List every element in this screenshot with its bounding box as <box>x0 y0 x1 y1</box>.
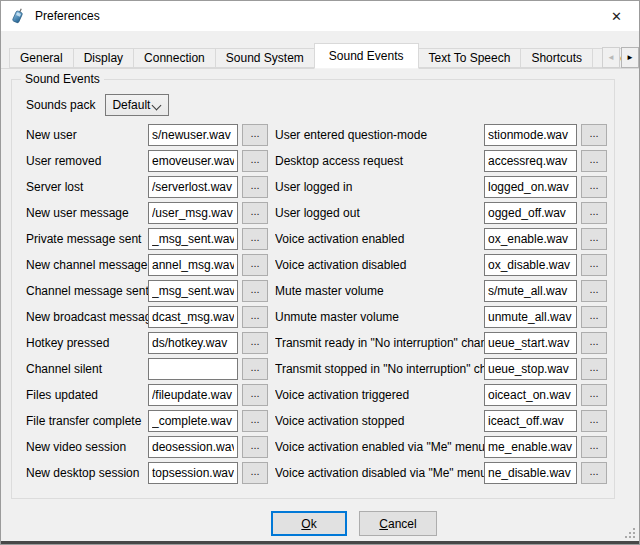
browse-button[interactable]: ... <box>242 228 268 250</box>
sound-event-label: Channel silent <box>26 362 148 376</box>
browse-button[interactable]: ... <box>242 176 268 198</box>
app-icon <box>10 8 26 24</box>
sound-event-path-input[interactable] <box>148 176 238 198</box>
sound-event-row: Mute master volume... <box>275 280 607 302</box>
sound-events-groupbox: Sound Events Sounds pack Default New use… <box>11 79 615 499</box>
sound-event-path-input[interactable] <box>148 332 238 354</box>
sound-event-path-input[interactable] <box>148 228 238 250</box>
browse-button[interactable]: ... <box>242 280 268 302</box>
browse-button[interactable]: ... <box>242 332 268 354</box>
browse-button[interactable]: ... <box>242 306 268 328</box>
sound-event-row: Channel message sent... <box>26 280 268 302</box>
sound-event-path-input[interactable] <box>484 384 577 406</box>
sound-event-label: Voice activation enabled <box>275 232 484 246</box>
ok-button[interactable]: Ok <box>271 511 347 536</box>
sound-event-path-input[interactable] <box>484 150 577 172</box>
sound-event-row: Voice activation enabled via "Me" menu..… <box>275 436 607 458</box>
sound-event-path-input[interactable] <box>148 462 238 484</box>
sound-event-label: Voice activation stopped <box>275 414 484 428</box>
sound-event-path-input[interactable] <box>148 124 238 146</box>
resize-grip[interactable] <box>625 528 635 538</box>
sound-event-label: New user message <box>26 206 148 220</box>
sound-events-column-right: User entered question-mode...Desktop acc… <box>275 124 607 488</box>
browse-button[interactable]: ... <box>581 176 607 198</box>
sound-event-row: Voice activation disabled... <box>275 254 607 276</box>
sound-event-path-input[interactable] <box>148 384 238 406</box>
browse-button[interactable]: ... <box>242 462 268 484</box>
tab-scroll-left-icon[interactable]: ◄ <box>602 47 620 68</box>
sound-event-path-input[interactable] <box>484 176 577 198</box>
browse-button[interactable]: ... <box>242 358 268 380</box>
close-button[interactable]: ✕ <box>594 1 639 31</box>
browse-button[interactable]: ... <box>581 358 607 380</box>
sound-event-path-input[interactable] <box>484 280 577 302</box>
sound-event-path-input[interactable] <box>148 358 238 380</box>
browse-button[interactable]: ... <box>581 462 607 484</box>
browse-button[interactable]: ... <box>242 202 268 224</box>
sound-event-path-input[interactable] <box>148 410 238 432</box>
browse-button[interactable]: ... <box>242 124 268 146</box>
sound-event-path-input[interactable] <box>484 462 577 484</box>
browse-button[interactable]: ... <box>242 384 268 406</box>
sound-event-label: Transmit stopped in "No interruption" ch… <box>275 362 484 376</box>
sound-event-path-input[interactable] <box>148 280 238 302</box>
sound-event-row: File transfer complete... <box>26 410 268 432</box>
sound-event-label: User logged out <box>275 206 484 220</box>
browse-button[interactable]: ... <box>581 436 607 458</box>
sound-event-label: Desktop access request <box>275 154 484 168</box>
sound-event-row: Transmit stopped in "No interruption" ch… <box>275 358 607 380</box>
sound-event-path-input[interactable] <box>484 332 577 354</box>
browse-button[interactable]: ... <box>581 150 607 172</box>
sound-event-path-input[interactable] <box>484 202 577 224</box>
browse-button[interactable]: ... <box>242 150 268 172</box>
sound-event-path-input[interactable] <box>148 436 238 458</box>
browse-button[interactable]: ... <box>581 306 607 328</box>
tab-general[interactable]: General <box>9 48 74 68</box>
sound-event-path-input[interactable] <box>484 358 577 380</box>
sound-event-path-input[interactable] <box>484 124 577 146</box>
tab-sound-system[interactable]: Sound System <box>215 48 315 68</box>
sound-event-row: Private message sent... <box>26 228 268 250</box>
browse-button[interactable]: ... <box>581 280 607 302</box>
sound-event-label: Channel message sent <box>26 284 148 298</box>
sounds-pack-label: Sounds pack <box>26 98 95 112</box>
tab-sound-events[interactable]: Sound Events <box>314 43 419 69</box>
tab-connection[interactable]: Connection <box>133 48 216 68</box>
sound-event-path-input[interactable] <box>148 150 238 172</box>
browse-button[interactable]: ... <box>581 202 607 224</box>
sounds-pack-select[interactable]: Default <box>105 94 169 116</box>
cancel-button[interactable]: Cancel <box>359 511 437 536</box>
sound-event-label: Transmit ready in "No interruption" chan… <box>275 336 484 350</box>
sound-event-row: Voice activation triggered... <box>275 384 607 406</box>
sound-event-row: Unmute master volume... <box>275 306 607 328</box>
chevron-down-icon <box>152 101 162 111</box>
sound-event-label: New broadcast message <box>26 310 148 324</box>
sound-event-path-input[interactable] <box>484 228 577 250</box>
browse-button[interactable]: ... <box>581 228 607 250</box>
browse-button[interactable]: ... <box>242 410 268 432</box>
sound-event-label: Hotkey pressed <box>26 336 148 350</box>
sound-event-label: Voice activation disabled via "Me" menu <box>275 466 484 480</box>
tab-scroll-buttons: ◄ ► <box>602 47 639 68</box>
sound-event-path-input[interactable] <box>148 254 238 276</box>
sound-event-label: Private message sent <box>26 232 148 246</box>
tab-display[interactable]: Display <box>73 48 134 68</box>
browse-button[interactable]: ... <box>581 124 607 146</box>
tab-text-to-speech[interactable]: Text To Speech <box>418 48 522 68</box>
sound-event-path-input[interactable] <box>484 254 577 276</box>
browse-button[interactable]: ... <box>242 436 268 458</box>
sound-event-path-input[interactable] <box>148 202 238 224</box>
sound-event-path-input[interactable] <box>484 410 577 432</box>
browse-button[interactable]: ... <box>581 384 607 406</box>
sound-event-path-input[interactable] <box>484 306 577 328</box>
tab-shortcuts[interactable]: Shortcuts <box>520 48 593 68</box>
sound-event-path-input[interactable] <box>484 436 577 458</box>
sound-event-label: New desktop session <box>26 466 148 480</box>
sound-event-label: Voice activation enabled via "Me" menu <box>275 440 484 454</box>
browse-button[interactable]: ... <box>242 254 268 276</box>
tab-scroll-right-icon[interactable]: ► <box>621 47 639 68</box>
browse-button[interactable]: ... <box>581 410 607 432</box>
browse-button[interactable]: ... <box>581 332 607 354</box>
browse-button[interactable]: ... <box>581 254 607 276</box>
sound-event-path-input[interactable] <box>148 306 238 328</box>
